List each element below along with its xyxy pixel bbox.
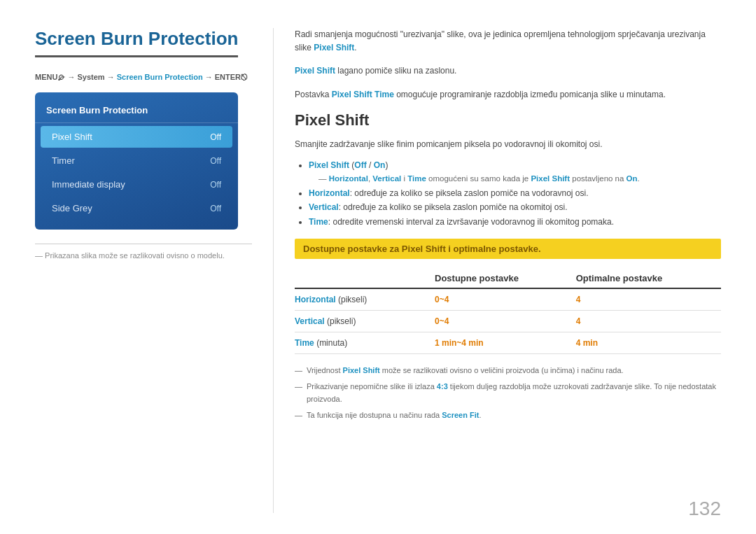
panel-item-label: Side Grey	[52, 203, 92, 213]
footer-note-2: ― Prikazivanje nepomične slike ili izlaz…	[295, 380, 721, 406]
intro-text-3: Postavka Pixel Shift Time omogućuje prog…	[295, 88, 721, 101]
table-row: Time (minuta) 1 min~4 min 4 min	[295, 332, 721, 354]
left-column: Screen Burn Protection MENU⌮ → System → …	[35, 28, 273, 513]
bullet-item-4: Time: odredite vremenski interval za izv…	[309, 215, 721, 229]
intro-text-2: Pixel Shift lagano pomiče sliku na zaslo…	[295, 64, 721, 78]
section-title: Pixel Shift	[295, 111, 721, 129]
row-label: Vertical (pikseli)	[295, 311, 435, 332]
table-row: Vertical (pikseli) 0~4 4	[295, 311, 721, 332]
col-header-label	[295, 269, 435, 288]
row-range: 1 min~4 min	[435, 332, 576, 354]
panel-item-immediate-display[interactable]: Immediate display Off	[41, 174, 232, 195]
row-optimal: 4 min	[576, 332, 721, 354]
panel-title: Screen Burn Protection	[35, 101, 238, 123]
right-column: Radi smanjenja mogućnosti "urezivanja" s…	[273, 28, 721, 513]
intro-text-1: Radi smanjenja mogućnosti "urezivanja" s…	[295, 28, 721, 55]
bullet-item-3: Vertical: određuje za koliko se piksela …	[309, 200, 721, 214]
row-range: 0~4	[435, 311, 576, 332]
col-header-available: Dostupne postavke	[435, 269, 576, 288]
bullet-item-1: Pixel Shift (Off / On) Horizontal, Verti…	[309, 158, 721, 186]
panel-note: ― Prikazana slika može se razlikovati ov…	[35, 244, 252, 262]
data-table: Dostupne postavke Optimalne postavke Hor…	[295, 269, 721, 354]
panel-item-value: Off	[210, 204, 221, 213]
bullet-list: Pixel Shift (Off / On) Horizontal, Verti…	[295, 158, 721, 229]
panel-item-timer[interactable]: Timer Off	[41, 150, 232, 171]
ui-panel: Screen Burn Protection Pixel Shift Off T…	[35, 92, 238, 230]
menu-path: MENU⌮ → System → Screen Burn Protection …	[35, 73, 252, 81]
row-optimal: 4	[576, 288, 721, 311]
highlight-box: Dostupne postavke za Pixel Shift i optim…	[295, 239, 721, 259]
footer-note-1: ― Vrijednost Pixel Shift može se razliko…	[295, 364, 721, 377]
section-desc: Smanjite zadržavanje slike finim pomican…	[295, 138, 721, 151]
panel-item-pixel-shift[interactable]: Pixel Shift Off	[41, 126, 232, 148]
panel-item-side-grey[interactable]: Side Grey Off	[41, 197, 232, 219]
footer-note-3: ― Ta funkcija nije dostupna u načinu rad…	[295, 409, 721, 422]
row-label: Horizontal (pikseli)	[295, 288, 435, 311]
bullet-item-2: Horizontal: određuje za koliko se piksel…	[309, 186, 721, 200]
table-row: Horizontal (pikseli) 0~4 4	[295, 288, 721, 311]
panel-item-label: Immediate display	[52, 179, 125, 190]
col-header-optimal: Optimalne postavke	[576, 269, 721, 288]
page-title: Screen Burn Protection	[35, 28, 238, 57]
panel-item-value: Off	[210, 132, 221, 142]
row-range: 0~4	[435, 288, 576, 311]
panel-item-value: Off	[210, 180, 221, 190]
panel-item-label: Pixel Shift	[52, 132, 92, 142]
row-label: Time (minuta)	[295, 332, 435, 354]
row-optimal: 4	[576, 311, 721, 332]
footer-notes: ― Vrijednost Pixel Shift može se razliko…	[295, 364, 721, 422]
panel-item-value: Off	[210, 156, 221, 166]
panel-item-label: Timer	[52, 155, 75, 166]
page-number: 132	[688, 498, 721, 520]
